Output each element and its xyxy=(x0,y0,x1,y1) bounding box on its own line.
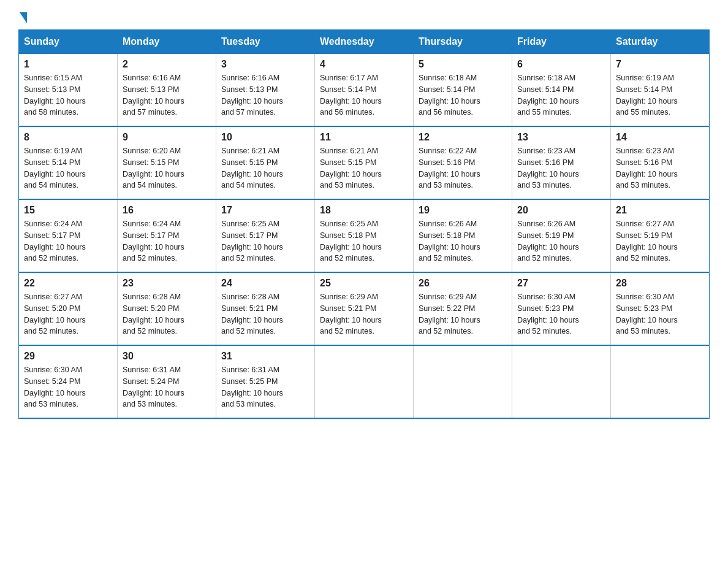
calendar-cell xyxy=(414,345,512,418)
calendar-cell: 1 Sunrise: 6:15 AMSunset: 5:13 PMDayligh… xyxy=(19,54,118,127)
day-number: 9 xyxy=(123,132,211,143)
day-number: 1 xyxy=(24,59,112,70)
calendar-table: SundayMondayTuesdayWednesdayThursdayFrid… xyxy=(18,29,710,419)
calendar-cell: 21 Sunrise: 6:27 AMSunset: 5:19 PMDaylig… xyxy=(611,199,710,272)
day-number: 18 xyxy=(320,205,408,216)
day-number: 28 xyxy=(616,278,704,289)
day-number: 16 xyxy=(123,205,211,216)
day-info: Sunrise: 6:28 AMSunset: 5:20 PMDaylight:… xyxy=(123,291,211,337)
calendar-cell: 6 Sunrise: 6:18 AMSunset: 5:14 PMDayligh… xyxy=(512,54,611,127)
col-header-monday: Monday xyxy=(118,30,216,54)
day-info: Sunrise: 6:15 AMSunset: 5:13 PMDaylight:… xyxy=(24,72,112,118)
calendar-cell: 10 Sunrise: 6:21 AMSunset: 5:15 PMDaylig… xyxy=(216,126,315,199)
day-info: Sunrise: 6:31 AMSunset: 5:25 PMDaylight:… xyxy=(221,364,309,410)
calendar-week-row: 29 Sunrise: 6:30 AMSunset: 5:24 PMDaylig… xyxy=(19,345,710,418)
calendar-cell: 28 Sunrise: 6:30 AMSunset: 5:23 PMDaylig… xyxy=(611,272,710,345)
calendar-cell: 17 Sunrise: 6:25 AMSunset: 5:17 PMDaylig… xyxy=(216,199,315,272)
calendar-cell: 15 Sunrise: 6:24 AMSunset: 5:17 PMDaylig… xyxy=(19,199,118,272)
calendar-cell xyxy=(315,345,414,418)
day-number: 22 xyxy=(24,278,112,289)
day-info: Sunrise: 6:29 AMSunset: 5:22 PMDaylight:… xyxy=(419,291,507,337)
day-info: Sunrise: 6:24 AMSunset: 5:17 PMDaylight:… xyxy=(24,218,112,264)
calendar-cell: 22 Sunrise: 6:27 AMSunset: 5:20 PMDaylig… xyxy=(19,272,118,345)
calendar-cell: 3 Sunrise: 6:16 AMSunset: 5:13 PMDayligh… xyxy=(216,54,315,127)
day-number: 17 xyxy=(221,205,309,216)
calendar-cell xyxy=(611,345,710,418)
day-number: 15 xyxy=(24,205,112,216)
day-number: 24 xyxy=(221,278,309,289)
calendar-cell: 13 Sunrise: 6:23 AMSunset: 5:16 PMDaylig… xyxy=(512,126,611,199)
calendar-week-row: 22 Sunrise: 6:27 AMSunset: 5:20 PMDaylig… xyxy=(19,272,710,345)
calendar-cell: 24 Sunrise: 6:28 AMSunset: 5:21 PMDaylig… xyxy=(216,272,315,345)
day-number: 12 xyxy=(419,132,507,143)
day-info: Sunrise: 6:27 AMSunset: 5:19 PMDaylight:… xyxy=(616,218,704,264)
calendar-cell: 20 Sunrise: 6:26 AMSunset: 5:19 PMDaylig… xyxy=(512,199,611,272)
logo-arrow-icon xyxy=(20,12,27,23)
day-info: Sunrise: 6:26 AMSunset: 5:19 PMDaylight:… xyxy=(517,218,605,264)
calendar-cell: 16 Sunrise: 6:24 AMSunset: 5:17 PMDaylig… xyxy=(118,199,216,272)
calendar-cell: 5 Sunrise: 6:18 AMSunset: 5:14 PMDayligh… xyxy=(414,54,512,127)
day-info: Sunrise: 6:27 AMSunset: 5:20 PMDaylight:… xyxy=(24,291,112,337)
calendar-cell: 8 Sunrise: 6:19 AMSunset: 5:14 PMDayligh… xyxy=(19,126,118,199)
calendar-cell: 12 Sunrise: 6:22 AMSunset: 5:16 PMDaylig… xyxy=(414,126,512,199)
day-number: 10 xyxy=(221,132,309,143)
day-info: Sunrise: 6:18 AMSunset: 5:14 PMDaylight:… xyxy=(517,72,605,118)
col-header-thursday: Thursday xyxy=(414,30,512,54)
calendar-cell: 23 Sunrise: 6:28 AMSunset: 5:20 PMDaylig… xyxy=(118,272,216,345)
day-info: Sunrise: 6:31 AMSunset: 5:24 PMDaylight:… xyxy=(123,364,211,410)
day-number: 13 xyxy=(517,132,605,143)
calendar-cell: 27 Sunrise: 6:30 AMSunset: 5:23 PMDaylig… xyxy=(512,272,611,345)
day-number: 20 xyxy=(517,205,605,216)
col-header-friday: Friday xyxy=(512,30,611,54)
calendar-cell: 11 Sunrise: 6:21 AMSunset: 5:15 PMDaylig… xyxy=(315,126,414,199)
calendar-cell: 9 Sunrise: 6:20 AMSunset: 5:15 PMDayligh… xyxy=(118,126,216,199)
day-number: 11 xyxy=(320,132,408,143)
calendar-week-row: 15 Sunrise: 6:24 AMSunset: 5:17 PMDaylig… xyxy=(19,199,710,272)
day-info: Sunrise: 6:20 AMSunset: 5:15 PMDaylight:… xyxy=(123,145,211,191)
day-number: 30 xyxy=(123,351,211,362)
day-number: 5 xyxy=(419,59,507,70)
day-info: Sunrise: 6:23 AMSunset: 5:16 PMDaylight:… xyxy=(517,145,605,191)
day-number: 8 xyxy=(24,132,112,143)
day-info: Sunrise: 6:21 AMSunset: 5:15 PMDaylight:… xyxy=(221,145,309,191)
calendar-week-row: 8 Sunrise: 6:19 AMSunset: 5:14 PMDayligh… xyxy=(19,126,710,199)
day-number: 6 xyxy=(517,59,605,70)
day-info: Sunrise: 6:17 AMSunset: 5:14 PMDaylight:… xyxy=(320,72,408,118)
day-info: Sunrise: 6:24 AMSunset: 5:17 PMDaylight:… xyxy=(123,218,211,264)
day-number: 29 xyxy=(24,351,112,362)
calendar-cell: 30 Sunrise: 6:31 AMSunset: 5:24 PMDaylig… xyxy=(118,345,216,418)
day-number: 21 xyxy=(616,205,704,216)
day-info: Sunrise: 6:29 AMSunset: 5:21 PMDaylight:… xyxy=(320,291,408,337)
calendar-cell: 25 Sunrise: 6:29 AMSunset: 5:21 PMDaylig… xyxy=(315,272,414,345)
calendar-cell: 14 Sunrise: 6:23 AMSunset: 5:16 PMDaylig… xyxy=(611,126,710,199)
logo xyxy=(18,12,28,23)
calendar-cell: 18 Sunrise: 6:25 AMSunset: 5:18 PMDaylig… xyxy=(315,199,414,272)
day-number: 4 xyxy=(320,59,408,70)
col-header-wednesday: Wednesday xyxy=(315,30,414,54)
calendar-cell: 2 Sunrise: 6:16 AMSunset: 5:13 PMDayligh… xyxy=(118,54,216,127)
col-header-tuesday: Tuesday xyxy=(216,30,315,54)
day-info: Sunrise: 6:25 AMSunset: 5:18 PMDaylight:… xyxy=(320,218,408,264)
calendar-cell: 19 Sunrise: 6:26 AMSunset: 5:18 PMDaylig… xyxy=(414,199,512,272)
calendar-cell: 26 Sunrise: 6:29 AMSunset: 5:22 PMDaylig… xyxy=(414,272,512,345)
day-number: 23 xyxy=(123,278,211,289)
day-info: Sunrise: 6:16 AMSunset: 5:13 PMDaylight:… xyxy=(221,72,309,118)
day-info: Sunrise: 6:30 AMSunset: 5:23 PMDaylight:… xyxy=(517,291,605,337)
page-header xyxy=(18,12,710,23)
day-info: Sunrise: 6:19 AMSunset: 5:14 PMDaylight:… xyxy=(616,72,704,118)
day-info: Sunrise: 6:23 AMSunset: 5:16 PMDaylight:… xyxy=(616,145,704,191)
calendar-week-row: 1 Sunrise: 6:15 AMSunset: 5:13 PMDayligh… xyxy=(19,54,710,127)
day-number: 7 xyxy=(616,59,704,70)
col-header-sunday: Sunday xyxy=(19,30,118,54)
day-number: 31 xyxy=(221,351,309,362)
day-number: 27 xyxy=(517,278,605,289)
day-number: 26 xyxy=(419,278,507,289)
day-info: Sunrise: 6:30 AMSunset: 5:24 PMDaylight:… xyxy=(24,364,112,410)
day-number: 25 xyxy=(320,278,408,289)
calendar-cell: 29 Sunrise: 6:30 AMSunset: 5:24 PMDaylig… xyxy=(19,345,118,418)
calendar-cell: 7 Sunrise: 6:19 AMSunset: 5:14 PMDayligh… xyxy=(611,54,710,127)
day-number: 14 xyxy=(616,132,704,143)
day-info: Sunrise: 6:19 AMSunset: 5:14 PMDaylight:… xyxy=(24,145,112,191)
day-info: Sunrise: 6:25 AMSunset: 5:17 PMDaylight:… xyxy=(221,218,309,264)
calendar-cell: 4 Sunrise: 6:17 AMSunset: 5:14 PMDayligh… xyxy=(315,54,414,127)
